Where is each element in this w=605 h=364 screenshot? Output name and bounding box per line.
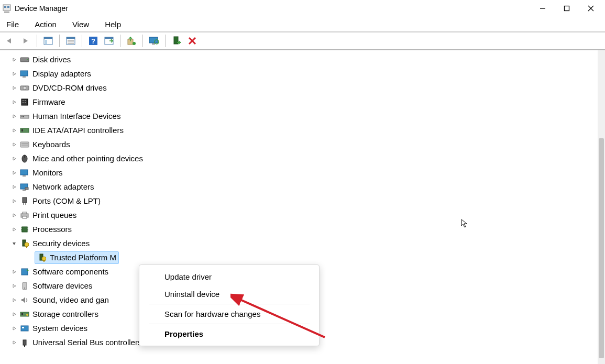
svg-rect-82 <box>24 339 26 340</box>
tree-item[interactable]: Firmware <box>9 95 605 109</box>
tree-child-item[interactable]: Trusted Platform M <box>9 250 605 264</box>
tree-item[interactable]: Mice and other pointing devices <box>9 151 605 166</box>
tree-item-label: Trusted Platform M <box>50 253 118 262</box>
sound-icon <box>19 295 30 305</box>
collapse-icon[interactable] <box>9 241 19 246</box>
svg-rect-72 <box>43 260 45 262</box>
expand-icon[interactable] <box>9 156 19 161</box>
context-menu: Update driverUninstall deviceScan for ha… <box>139 264 320 346</box>
back-icon[interactable] <box>3 34 17 48</box>
close-button[interactable] <box>579 1 603 16</box>
svg-rect-10 <box>45 40 47 44</box>
tree-item[interactable]: Security devices <box>9 236 605 250</box>
svg-rect-43 <box>21 129 23 131</box>
svg-point-68 <box>25 242 29 247</box>
menu-item-action[interactable]: Action <box>31 19 60 30</box>
expand-icon[interactable] <box>9 184 19 190</box>
tree-item[interactable]: Disk drives <box>9 52 605 67</box>
menu-item-file[interactable]: File <box>3 19 22 30</box>
tree-item[interactable]: IDE ATA/ATAPI controllers <box>9 123 605 137</box>
svg-rect-77 <box>21 313 23 315</box>
tree-item[interactable]: Keyboards <box>9 137 605 151</box>
tree-item[interactable]: Human Interface Devices <box>9 109 605 123</box>
svg-rect-30 <box>20 71 28 76</box>
toolbar-separator <box>59 35 60 47</box>
svg-rect-3 <box>4 12 9 13</box>
menu-item-view[interactable]: View <box>69 19 92 30</box>
svg-point-29 <box>27 59 28 60</box>
keyboard-icon <box>19 140 30 149</box>
svg-rect-9 <box>44 37 52 39</box>
security-icon <box>19 239 30 248</box>
svg-rect-19 <box>105 37 113 39</box>
expand-icon[interactable] <box>9 340 19 345</box>
context-menu-item[interactable]: Scan for hardware changes <box>139 305 319 323</box>
expand-icon[interactable] <box>9 213 19 218</box>
tree-item-label: Keyboards <box>32 140 70 149</box>
monitor-icon[interactable] <box>147 34 161 48</box>
context-menu-item[interactable]: Update driver <box>139 268 319 285</box>
toolbar-separator <box>120 35 120 47</box>
svg-rect-5 <box>565 6 569 11</box>
tree-item-label: Sound, video and gan <box>32 295 109 304</box>
forward-icon[interactable] <box>19 34 32 48</box>
tree-item[interactable]: Processors <box>9 222 605 236</box>
update-driver-icon[interactable] <box>125 34 138 48</box>
tree-item-label: Display adapters <box>32 69 91 78</box>
tree-item[interactable]: Ports (COM & LPT) <box>9 194 605 208</box>
toolbar-separator <box>82 35 82 47</box>
tree-item[interactable]: DVD/CD-ROM drives <box>9 81 605 95</box>
svg-rect-37 <box>23 102 24 103</box>
svg-rect-40 <box>21 116 23 117</box>
svg-rect-49 <box>20 170 28 175</box>
tree-item-label: DVD/CD-ROM drives <box>32 83 107 92</box>
expand-icon[interactable] <box>9 142 19 147</box>
expand-icon[interactable] <box>9 100 19 105</box>
expand-icon[interactable] <box>9 57 19 62</box>
expand-icon[interactable] <box>9 114 19 119</box>
context-menu-item[interactable]: Properties <box>139 325 319 343</box>
properties-icon[interactable] <box>64 34 78 48</box>
maximize-button[interactable] <box>555 1 579 16</box>
minimize-button[interactable] <box>531 1 555 16</box>
expand-icon[interactable] <box>9 312 19 317</box>
expand-icon[interactable] <box>9 85 19 91</box>
tree-item-label: Print queues <box>32 211 76 219</box>
toolbar: ? <box>0 32 605 50</box>
expand-icon[interactable] <box>9 269 19 274</box>
tree-item-label: Network adapters <box>32 182 94 191</box>
tree-item[interactable]: Print queues <box>9 208 605 222</box>
svg-rect-44 <box>20 142 29 147</box>
uninstall-device-icon[interactable] <box>185 34 199 48</box>
expand-icon[interactable] <box>9 326 19 331</box>
context-menu-item[interactable]: Uninstall device <box>139 285 319 303</box>
expand-icon[interactable] <box>9 128 19 133</box>
svg-rect-2 <box>7 6 9 8</box>
enable-device-icon[interactable] <box>170 34 183 48</box>
expand-icon[interactable] <box>9 71 19 76</box>
help-icon[interactable]: ? <box>86 34 100 48</box>
vertical-scrollbar[interactable] <box>598 50 605 364</box>
tree-item-label: Disk drives <box>32 55 71 64</box>
scrollbar-thumb[interactable] <box>599 138 604 358</box>
svg-rect-38 <box>25 102 26 103</box>
show-hidden-icon[interactable] <box>41 34 55 48</box>
expand-icon[interactable] <box>9 170 19 175</box>
expand-icon[interactable] <box>9 198 19 204</box>
monitor-icon <box>19 168 30 178</box>
svg-rect-69 <box>26 246 27 248</box>
expand-icon[interactable] <box>9 283 19 289</box>
svg-point-21 <box>133 42 136 45</box>
mouse-icon <box>19 154 30 163</box>
tree-item[interactable]: Display adapters <box>9 67 605 81</box>
mouse-cursor-icon <box>461 219 468 230</box>
tree-item-label: Human Interface Devices <box>32 112 120 120</box>
context-menu-separator <box>149 324 310 324</box>
tree-item[interactable]: Network adapters <box>9 180 605 194</box>
tree-item[interactable]: Monitors <box>9 166 605 180</box>
expand-icon[interactable] <box>9 227 19 232</box>
scan-hardware-icon[interactable] <box>102 34 116 48</box>
menu-item-help[interactable]: Help <box>102 19 124 30</box>
app-icon <box>2 4 12 13</box>
expand-icon[interactable] <box>9 297 19 303</box>
